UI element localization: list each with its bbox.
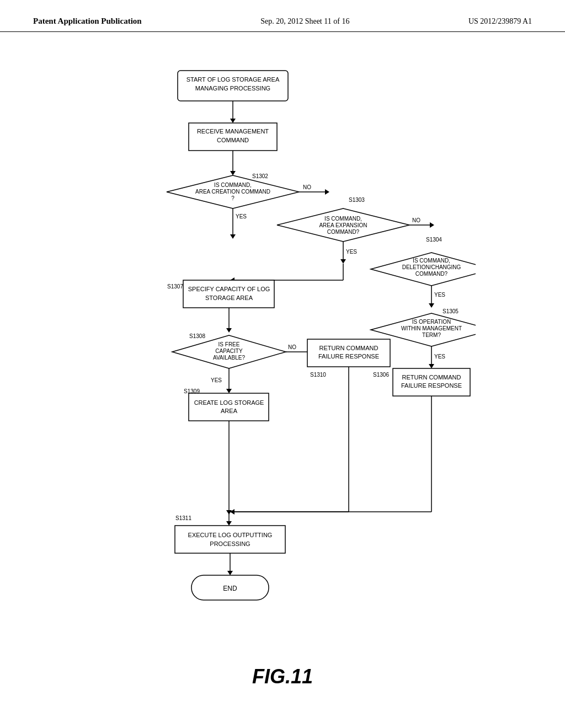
svg-text:S1310: S1310 (310, 372, 326, 378)
svg-text:S1311: S1311 (175, 515, 191, 521)
svg-text:STORAGE AREA: STORAGE AREA (205, 295, 253, 301)
svg-marker-67 (226, 328, 232, 333)
svg-rect-80 (189, 393, 269, 421)
svg-text:END: END (223, 585, 237, 592)
svg-text:FAILURE RESPONSE: FAILURE RESPONSE (401, 382, 462, 389)
svg-marker-98 (227, 571, 233, 575)
svg-text:NO: NO (288, 344, 296, 350)
patent-number-label: US 2012/239879 A1 (468, 17, 532, 26)
svg-marker-77 (226, 389, 232, 393)
svg-text:CAPACITY: CAPACITY (215, 348, 243, 354)
svg-text:AREA EXPANSION: AREA EXPANSION (319, 222, 367, 228)
svg-text:MANAGING PROCESSING: MANAGING PROCESSING (195, 85, 270, 92)
svg-text:YES: YES (236, 213, 247, 220)
svg-text:COMMAND: COMMAND (217, 137, 249, 143)
patent-publication-label: Patent Application Publication (33, 17, 142, 26)
svg-marker-32 (340, 259, 346, 264)
svg-text:AVAILABLE?: AVAILABLE? (213, 355, 245, 361)
svg-text:EXECUTE LOG OUTPUTTING: EXECUTE LOG OUTPUTTING (188, 532, 273, 538)
svg-text:IS COMMAND,: IS COMMAND, (214, 182, 252, 188)
svg-text:CREATE LOG STORAGE: CREATE LOG STORAGE (194, 399, 264, 406)
svg-text:YES: YES (434, 292, 445, 298)
main-content: START OF LOG STORAGE AREA MANAGING PROCE… (0, 32, 565, 721)
svg-text:YES: YES (346, 249, 357, 255)
figure-label: FIG.11 (252, 665, 313, 688)
svg-marker-21 (230, 234, 236, 239)
svg-text:YES: YES (211, 377, 222, 383)
svg-text:IS COMMAND,: IS COMMAND, (324, 216, 362, 222)
svg-text:COMMAND?: COMMAND? (327, 229, 360, 235)
svg-text:RETURN COMMAND: RETURN COMMAND (319, 345, 379, 351)
svg-text:YES: YES (434, 354, 445, 360)
svg-text:S1305: S1305 (443, 308, 459, 314)
svg-marker-18 (325, 189, 329, 195)
date-sheet-label: Sep. 20, 2012 Sheet 11 of 16 (260, 17, 349, 26)
svg-text:TERM?: TERM? (422, 332, 441, 338)
svg-text:RETURN COMMAND: RETURN COMMAND (402, 374, 461, 381)
svg-text:S1303: S1303 (349, 197, 365, 203)
svg-text:NO: NO (412, 217, 420, 223)
svg-text:AREA: AREA (221, 408, 238, 414)
svg-text:S1302: S1302 (252, 173, 268, 179)
svg-rect-94 (175, 526, 285, 553)
svg-text:FAILURE RESPONSE: FAILURE RESPONSE (318, 353, 379, 360)
svg-text:PROCESSING: PROCESSING (210, 540, 250, 547)
svg-marker-4 (230, 119, 236, 123)
svg-text:S1308: S1308 (189, 333, 205, 339)
page-header: Patent Application Publication Sep. 20, … (0, 0, 565, 32)
svg-text:RECEIVE MANAGEMENT: RECEIVE MANAGEMENT (197, 128, 269, 135)
svg-text:IS OPERATION: IS OPERATION (412, 319, 451, 325)
svg-marker-93 (226, 521, 232, 526)
svg-text:WITHIN MANAGEMENT: WITHIN MANAGEMENT (401, 325, 462, 331)
svg-text:SPECIFY CAPACITY OF LOG: SPECIFY CAPACITY OF LOG (188, 286, 270, 292)
svg-text:COMMAND?: COMMAND? (415, 271, 448, 277)
svg-text:START OF LOG STORAGE AREA: START OF LOG STORAGE AREA (186, 76, 280, 83)
svg-text:NO: NO (303, 184, 311, 190)
svg-rect-63 (183, 280, 274, 308)
svg-marker-11 (230, 171, 236, 175)
svg-text:AREA CREATION COMMAND: AREA CREATION COMMAND (195, 189, 270, 195)
svg-text:?: ? (231, 195, 234, 201)
svg-text:IS FREE: IS FREE (218, 341, 240, 347)
svg-marker-29 (430, 222, 434, 228)
svg-marker-43 (429, 303, 434, 308)
svg-marker-53 (429, 364, 434, 368)
flowchart-diagram: START OF LOG STORAGE AREA MANAGING PROCE… (89, 65, 476, 644)
svg-text:S1307: S1307 (167, 283, 183, 290)
svg-text:DELETION/CHANGING: DELETION/CHANGING (402, 264, 461, 270)
svg-text:S1304: S1304 (426, 237, 442, 243)
svg-text:S1306: S1306 (373, 372, 389, 378)
svg-text:IS COMMAND,: IS COMMAND, (413, 258, 450, 264)
